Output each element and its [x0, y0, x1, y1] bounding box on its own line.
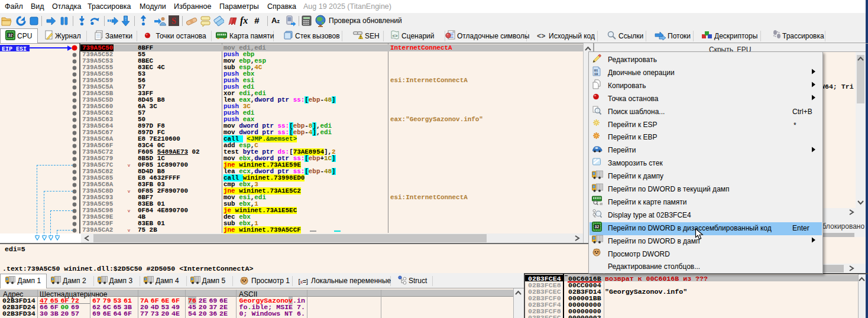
svg-text:32: 32 [595, 225, 600, 229]
svg-text:10: 10 [594, 72, 598, 76]
svg-text:32: 32 [8, 33, 13, 37]
svg-text:<>: <> [392, 34, 398, 38]
svg-text:@: @ [600, 202, 603, 206]
svg-text:S: S [171, 17, 176, 25]
